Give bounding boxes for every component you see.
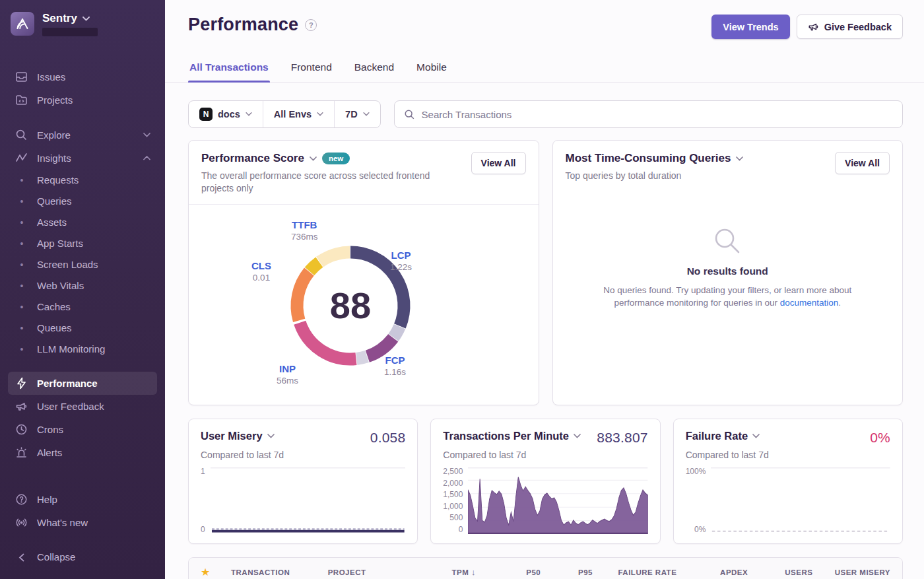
new-badge: new — [322, 153, 350, 164]
sidebar-nav: Issues Projects Explore Insigh — [8, 53, 157, 534]
sidebar-item-caches[interactable]: •Caches — [8, 296, 157, 318]
sidebar-collapse[interactable]: Collapse — [8, 546, 157, 568]
vital-label-ttfb: TTFB736ms — [291, 219, 318, 243]
column-apdex[interactable]: APDEX — [680, 568, 748, 576]
sidebar-item-label: Insights — [37, 153, 134, 164]
sidebar-item-queries[interactable]: •Queries — [8, 191, 157, 212]
chevron-down-icon — [574, 434, 581, 438]
main-content: Performance ? View Trends Give Feedback … — [165, 0, 924, 579]
column-failure-rate[interactable]: FAILURE RATE — [597, 568, 676, 576]
chevron-left-icon — [15, 553, 28, 562]
page-help-icon[interactable]: ? — [305, 19, 317, 31]
siren-icon — [15, 446, 28, 459]
column-p50[interactable]: P50 — [480, 568, 541, 576]
sidebar-item-app-starts[interactable]: •App Starts — [8, 233, 157, 254]
sidebar-item-projects[interactable]: Projects — [8, 88, 157, 112]
sidebar-item-crons[interactable]: Crons — [8, 418, 157, 441]
column-users[interactable]: USERS — [752, 568, 812, 576]
sidebar-item-label: Requests — [37, 174, 79, 186]
vital-label-inp: INP56ms — [277, 363, 298, 387]
card-subtitle: Compared to last 7d — [443, 450, 647, 460]
user-misery-selector[interactable]: User Misery — [201, 430, 275, 442]
date-range-dropdown[interactable]: 7D — [334, 101, 380, 127]
column-tpm[interactable]: TPM ↓ — [405, 567, 476, 577]
vital-label-lcp: LCP1.22s — [390, 250, 412, 273]
sidebar-item-issues[interactable]: Issues — [8, 65, 157, 88]
card-subtitle: Compared to last 7d — [686, 450, 890, 460]
tab-backend[interactable]: Backend — [353, 57, 395, 82]
org-switcher[interactable]: Sentry — [8, 9, 157, 43]
projects-icon — [15, 94, 28, 106]
sidebar-item-alerts[interactable]: Alerts — [8, 441, 157, 464]
bullet-icon: • — [16, 175, 28, 186]
documentation-link[interactable]: documentation — [780, 298, 839, 308]
broadcast-icon — [15, 516, 28, 529]
bullet-icon: • — [16, 217, 28, 228]
view-all-button[interactable]: View All — [835, 152, 890, 174]
sidebar-item-label: Caches — [37, 301, 71, 313]
sidebar-item-label: What's new — [37, 517, 88, 529]
transaction-search[interactable] — [394, 100, 903, 128]
sidebar-item-queues[interactable]: •Queues — [8, 318, 157, 339]
sidebar-item-label: Projects — [37, 94, 73, 106]
search-input[interactable] — [422, 109, 893, 120]
tab-mobile[interactable]: Mobile — [415, 57, 448, 82]
tpm-selector[interactable]: Transactions Per Minute — [443, 430, 581, 442]
card-title: Failure Rate — [686, 430, 748, 442]
queries-selector[interactable]: Most Time-Consuming Queries — [566, 152, 836, 165]
web-vitals-ring-chart: 88 TTFB736msLCP1.22sCLS0.01INP56msFCP1.1… — [189, 205, 539, 405]
transactions-table: ★ TRANSACTION PROJECT TPM ↓ P50 P95 FAIL… — [188, 557, 903, 579]
column-user-misery[interactable]: USER MISERY — [816, 568, 890, 576]
sidebar-item-assets[interactable]: •Assets — [8, 212, 157, 233]
chevron-down-icon — [736, 156, 743, 161]
sidebar-item-user-feedback[interactable]: User Feedback — [8, 395, 157, 418]
sidebar-item-explore[interactable]: Explore — [8, 123, 157, 147]
megaphone-icon — [808, 21, 819, 32]
sidebar-item-insights[interactable]: Insights — [8, 147, 157, 170]
project-avatar: N — [199, 108, 213, 121]
card-subtitle: Compared to last 7d — [201, 450, 405, 460]
environment-filter-label: All Envs — [274, 109, 312, 119]
sidebar-item-label: Queues — [37, 322, 72, 334]
view-trends-button[interactable]: View Trends — [711, 15, 789, 39]
tab-bar: All Transactions Frontend Backend Mobile — [165, 39, 924, 83]
failure-rate-chart — [711, 467, 890, 534]
view-all-button[interactable]: View All — [471, 152, 526, 174]
bullet-icon: • — [16, 238, 28, 250]
page-title: Performance — [188, 15, 298, 35]
issues-icon — [15, 71, 28, 83]
vital-label-cls: CLS0.01 — [251, 260, 271, 284]
failure-rate-card: Failure Rate 0% Compared to last 7d 100%… — [673, 419, 903, 544]
column-project[interactable]: PROJECT — [328, 568, 402, 576]
sidebar-item-label: Help — [37, 494, 57, 506]
column-p95[interactable]: P95 — [544, 568, 593, 576]
sidebar-item-screen-loads[interactable]: •Screen Loads — [8, 254, 157, 275]
chevron-down-icon — [267, 434, 275, 438]
star-icon[interactable]: ★ — [201, 566, 227, 578]
sidebar-item-performance[interactable]: Performance — [8, 372, 157, 395]
sidebar-item-label: Crons — [37, 424, 63, 436]
sidebar-item-whats-new[interactable]: What's new — [8, 511, 157, 534]
performance-score-selector[interactable]: Performance Score new — [201, 152, 471, 165]
environment-filter-dropdown[interactable]: All Envs — [263, 101, 334, 127]
insights-submenu: •Requests •Queries •Assets •App Starts •… — [8, 170, 157, 360]
chevron-down-icon — [317, 112, 323, 116]
sidebar-item-llm-monitoring[interactable]: •LLM Monitoring — [8, 339, 157, 360]
tab-frontend[interactable]: Frontend — [290, 57, 333, 82]
sidebar-item-label: Issues — [37, 71, 65, 83]
failure-rate-selector[interactable]: Failure Rate — [686, 430, 760, 442]
tpm-chart — [468, 467, 647, 534]
sidebar-item-requests[interactable]: •Requests — [8, 170, 157, 191]
sidebar-item-help[interactable]: Help — [8, 488, 157, 511]
bullet-icon: • — [16, 281, 28, 292]
column-transaction[interactable]: TRANSACTION — [231, 568, 324, 576]
empty-title: No results found — [687, 265, 768, 277]
sentry-performance-app: Sentry Issues Projects — [0, 0, 924, 579]
chevron-up-icon — [143, 156, 150, 160]
chevron-down-icon — [310, 156, 317, 161]
queries-card: Most Time-Consuming Queries Top queries … — [552, 140, 904, 405]
sidebar-item-web-vitals[interactable]: •Web Vitals — [8, 275, 157, 296]
give-feedback-button[interactable]: Give Feedback — [797, 15, 903, 39]
project-filter-dropdown[interactable]: N docs — [189, 101, 263, 127]
tab-all-transactions[interactable]: All Transactions — [188, 57, 270, 82]
